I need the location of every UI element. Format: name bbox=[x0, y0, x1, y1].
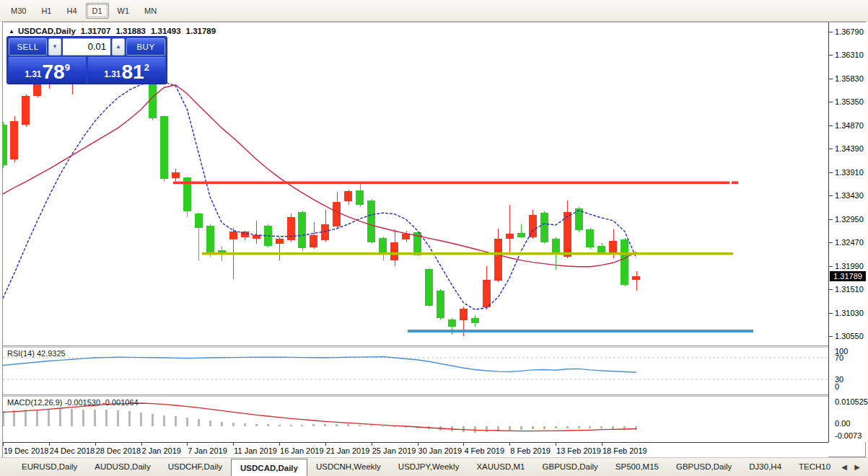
price-tick-mark bbox=[829, 195, 833, 196]
date-tick-label: 19 Dec 2018 bbox=[4, 446, 48, 455]
price-tick-label: 1.34390 bbox=[835, 144, 864, 153]
volume-decrease-button[interactable]: ▼ bbox=[48, 38, 61, 56]
tab-gbpusd-daily[interactable]: GBPUSD,Daily bbox=[534, 458, 607, 476]
ohlc-open: 1.31707 bbox=[81, 27, 111, 35]
ask-price-display[interactable]: 1.31 81 2 bbox=[88, 57, 165, 84]
rsi-label: RSI(14) 42.9325 bbox=[7, 349, 66, 358]
price-tick-mark bbox=[829, 102, 833, 102]
price-tick-label: 1.35350 bbox=[835, 97, 864, 106]
sell-button[interactable]: SELL bbox=[9, 38, 47, 56]
price-tick-label: 1.31510 bbox=[835, 285, 864, 294]
mt4-application: M30H1H4D1W1MN ▲ USDCAD,Daily 1.31707 1.3… bbox=[0, 0, 868, 476]
timeframe-button-h4[interactable]: H4 bbox=[60, 3, 83, 19]
price-tick-label: 1.36790 bbox=[835, 27, 864, 36]
ohlc-close: 1.31789 bbox=[186, 27, 216, 35]
bid-price-display[interactable]: 1.31 78 9 bbox=[9, 57, 86, 84]
tab-usdchf-daily[interactable]: USDCHF,Daily bbox=[159, 458, 231, 476]
chart-tab-bar: EURUSD,DailyAUDUSD,DailyUSDCHF,DailyUSDC… bbox=[0, 457, 868, 476]
price-tick-label: 1.34870 bbox=[835, 121, 864, 130]
date-tick-mark bbox=[418, 443, 418, 446]
price-tick-mark bbox=[829, 242, 833, 243]
tab-xauusd-m1[interactable]: XAUUSD,M1 bbox=[468, 458, 533, 476]
price-tick-mark bbox=[829, 125, 833, 126]
macd-scale-label: 0.00 bbox=[835, 419, 850, 428]
price-tick-label: 1.31990 bbox=[835, 262, 864, 270]
chart-symbol-label: USDCAD,Daily bbox=[18, 27, 76, 35]
rsi-indicator-pane[interactable]: RSI(14) 42.9325 bbox=[3, 348, 828, 395]
date-tick-label: 13 Feb 2019 bbox=[556, 446, 601, 455]
price-tick-mark bbox=[829, 289, 833, 290]
macd-label: MACD(12,26,9) -0.001530 -0.001064 bbox=[7, 398, 139, 407]
volume-increase-button[interactable]: ▲ bbox=[112, 38, 125, 56]
tab-sp500-m15[interactable]: SP500,M15 bbox=[607, 458, 667, 476]
tab-eurusd-daily[interactable]: EURUSD,Daily bbox=[13, 458, 86, 476]
macd-scale-label: 0.010525 bbox=[835, 397, 868, 406]
tab-usdcnh-weekly[interactable]: USDCNH,Weekly bbox=[307, 458, 390, 476]
date-tick-mark bbox=[509, 443, 510, 446]
price-tick-mark bbox=[829, 32, 833, 32]
symbol-marker-icon: ▲ bbox=[9, 28, 14, 35]
date-tick-label: 2 Jan 2019 bbox=[142, 446, 181, 455]
macd-indicator-pane[interactable]: MACD(12,26,9) -0.001530 -0.001064 bbox=[3, 397, 828, 442]
tab-usdcad-daily[interactable]: USDCAD,Daily bbox=[231, 459, 307, 476]
date-tick-label: 18 Feb 2019 bbox=[602, 446, 647, 455]
date-tick-mark bbox=[463, 443, 464, 446]
timeframe-button-h1[interactable]: H1 bbox=[35, 3, 58, 19]
tab-tech10[interactable]: TECH10 bbox=[790, 458, 839, 476]
volume-input[interactable]: 0.01 bbox=[63, 38, 110, 56]
date-tick-mark bbox=[141, 443, 142, 446]
price-tick-label: 1.30550 bbox=[835, 332, 864, 340]
price-tick-label: 1.33910 bbox=[835, 168, 864, 177]
macd-scale-label: -0.0073 bbox=[835, 431, 862, 440]
tab-scroll-controls: ◀▶ bbox=[839, 458, 868, 476]
date-tick-mark bbox=[372, 443, 372, 446]
date-tick-label: 8 Feb 2019 bbox=[510, 446, 551, 455]
price-tick-label: 1.35830 bbox=[835, 74, 864, 83]
rsi-scale-label: 70 bbox=[835, 353, 843, 362]
tab-gbpusd-daily[interactable]: GBPUSD,Daily bbox=[667, 458, 740, 476]
ohlc-high: 1.31883 bbox=[115, 27, 146, 35]
date-tick-label: 28 Dec 2018 bbox=[96, 446, 141, 455]
price-tick-mark bbox=[829, 55, 833, 56]
date-tick-mark bbox=[325, 443, 326, 446]
price-tick-mark bbox=[829, 219, 833, 220]
date-tick-label: 11 Jan 2019 bbox=[234, 446, 277, 455]
date-tick-label: 30 Jan 2019 bbox=[418, 446, 463, 455]
date-tick-label: 21 Jan 2019 bbox=[326, 446, 370, 455]
date-tick-mark bbox=[233, 443, 234, 446]
date-tick-mark bbox=[279, 443, 280, 446]
tab-audusd-daily[interactable]: AUDUSD,Daily bbox=[86, 458, 159, 476]
date-tick-label: 4 Feb 2019 bbox=[464, 446, 504, 455]
tab-usdjpy-weekly[interactable]: USDJPY,Weekly bbox=[390, 458, 468, 476]
ask-price-main: 81 bbox=[121, 61, 144, 83]
date-tick-mark bbox=[602, 443, 602, 446]
price-tick-label: 1.32950 bbox=[835, 215, 864, 224]
rsi-scale-label: 0 bbox=[835, 382, 839, 391]
rsi-line bbox=[3, 357, 636, 373]
timeframe-button-mn[interactable]: MN bbox=[138, 3, 163, 19]
macd-signal-line bbox=[3, 403, 636, 431]
date-axis[interactable]: 19 Dec 201824 Dec 201828 Dec 20182 Jan 2… bbox=[3, 442, 828, 457]
timeframe-toolbar: M30H1H4D1W1MN bbox=[0, 0, 868, 22]
bid-price-main: 78 bbox=[42, 61, 64, 83]
buy-button[interactable]: BUY bbox=[126, 38, 165, 56]
tab-scroll-left-icon[interactable]: ◀ bbox=[839, 463, 849, 471]
tab-scroll-right-icon[interactable]: ▶ bbox=[852, 463, 862, 471]
price-tick-label: 1.32470 bbox=[835, 238, 864, 247]
price-axis[interactable]: 1.367901.363101.358301.353501.348701.343… bbox=[828, 22, 866, 442]
timeframe-button-w1[interactable]: W1 bbox=[111, 3, 136, 19]
ask-price-pip: 2 bbox=[144, 62, 149, 73]
bid-price-prefix: 1.31 bbox=[25, 69, 41, 79]
date-tick-mark bbox=[187, 443, 188, 446]
price-tick-mark bbox=[829, 149, 833, 149]
tab-dj30-h4[interactable]: DJ30,H4 bbox=[740, 458, 790, 476]
timeframe-button-d1[interactable]: D1 bbox=[86, 3, 109, 19]
date-tick-label: 25 Jan 2019 bbox=[372, 446, 416, 455]
price-tick-label: 1.36310 bbox=[835, 50, 864, 59]
date-tick-mark bbox=[3, 443, 4, 446]
price-tick-mark bbox=[829, 79, 833, 79]
timeframe-button-m30[interactable]: M30 bbox=[4, 3, 32, 19]
one-click-trading-panel: SELL ▼ 0.01 ▲ BUY 1.31 78 9 1.31 81 2 bbox=[6, 36, 167, 84]
date-tick-mark bbox=[556, 443, 556, 446]
price-tick-mark bbox=[829, 336, 833, 337]
